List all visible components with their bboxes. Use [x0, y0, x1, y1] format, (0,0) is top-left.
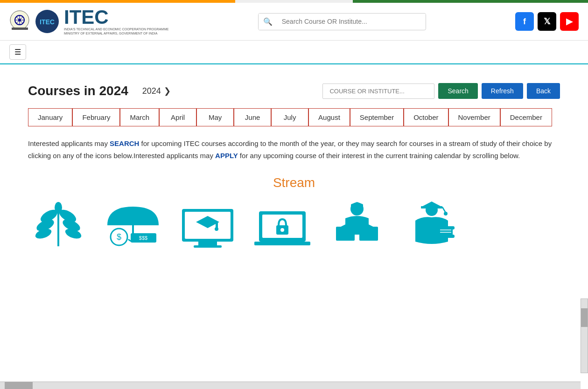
- logo-text: ITEC INDIA'S TECHNICAL AND ECONOMIC COOP…: [64, 7, 168, 35]
- stream-icons-row: $ $$$: [28, 200, 560, 251]
- year-nav: 2024 ❯: [142, 86, 171, 96]
- stream-section: Stream $: [28, 175, 560, 251]
- svg-rect-45: [421, 206, 442, 208]
- header: ITEC ITEC INDIA'S TECHNICAL AND ECONOMIC…: [0, 3, 588, 41]
- search-filter-area: Search Refresh Back: [322, 83, 560, 99]
- svg-rect-32: [254, 242, 310, 245]
- svg-rect-7: [12, 28, 28, 30]
- courses-title: Courses in 2024: [28, 83, 128, 98]
- desc-apply-word: APPLY: [215, 152, 238, 160]
- svg-text:ITEC: ITEC: [40, 18, 55, 26]
- social-icons-group: f 𝕏 ▶: [515, 12, 579, 31]
- facebook-icon[interactable]: f: [515, 12, 534, 31]
- stream-title: Stream: [28, 175, 560, 190]
- svg-point-29: [215, 227, 218, 231]
- youtube-icon[interactable]: ▶: [560, 12, 579, 31]
- progress-segment-3: [353, 0, 588, 3]
- month-tab-february[interactable]: February: [72, 108, 120, 126]
- progress-segment-1: [0, 0, 235, 3]
- desc-search-word: SEARCH: [110, 139, 139, 147]
- svg-rect-49: [437, 226, 455, 229]
- svg-point-47: [444, 212, 448, 215]
- logo-area: ITEC ITEC INDIA'S TECHNICAL AND ECONOMIC…: [9, 7, 168, 35]
- back-button[interactable]: Back: [527, 83, 560, 99]
- year-forward-arrow[interactable]: ❯: [164, 86, 171, 96]
- desc-before-search: Interested applicants may: [28, 139, 110, 147]
- itec-circle-icon: ITEC: [35, 9, 59, 34]
- month-tab-october[interactable]: October: [404, 108, 448, 126]
- stream-icon-agriculture[interactable]: [28, 200, 89, 251]
- stream-icon-education-tech[interactable]: [177, 200, 238, 251]
- itec-brand-text: ITEC: [64, 7, 168, 27]
- stream-icon-reading[interactable]: [327, 200, 387, 251]
- header-search-input[interactable]: [277, 14, 426, 29]
- month-tab-june[interactable]: June: [234, 108, 271, 126]
- month-tab-november[interactable]: November: [448, 108, 500, 126]
- svg-point-17: [55, 202, 62, 213]
- desc-after-apply: for any upcoming course of their interes…: [238, 152, 520, 160]
- logo-subtitle-line2: MINISTRY OF EXTERNAL AFFAIRS, GOVERNMENT…: [64, 31, 168, 35]
- month-tabs: JanuaryFebruaryMarchAprilMayJuneJulyAugu…: [28, 108, 560, 126]
- progress-segment-2: [235, 0, 353, 3]
- svg-marker-37: [351, 202, 363, 204]
- main-content: Courses in 2024 2024 ❯ Search Refresh Ba…: [0, 64, 588, 260]
- svg-rect-25: [198, 242, 217, 245]
- month-tab-april[interactable]: April: [159, 108, 196, 126]
- twitter-icon[interactable]: 𝕏: [538, 12, 556, 31]
- year-text: 2024: [142, 86, 161, 96]
- stream-icon-finance[interactable]: $ $$$: [103, 200, 163, 251]
- month-tab-december[interactable]: December: [500, 108, 552, 126]
- search-button[interactable]: Search: [438, 83, 477, 99]
- course-search-input[interactable]: [322, 83, 434, 99]
- month-tab-august[interactable]: August: [308, 108, 350, 126]
- progress-bar: [0, 0, 588, 3]
- svg-rect-36: [351, 204, 363, 207]
- header-search-icon-button[interactable]: 🔍: [259, 14, 277, 30]
- month-tab-march[interactable]: March: [120, 108, 159, 126]
- svg-text:$: $: [117, 232, 121, 242]
- refresh-button[interactable]: Refresh: [482, 83, 523, 99]
- month-tab-january[interactable]: January: [28, 108, 72, 126]
- svg-text:$$$: $$$: [139, 235, 147, 241]
- stream-icon-graduation[interactable]: [401, 200, 462, 251]
- month-tab-july[interactable]: July: [271, 108, 308, 126]
- courses-header-row: Courses in 2024 2024 ❯ Search Refresh Ba…: [28, 83, 560, 99]
- logo-subtitle-line1: INDIA'S TECHNICAL AND ECONOMIC COOPERATI…: [64, 27, 168, 31]
- hamburger-button[interactable]: ☰: [9, 44, 26, 60]
- svg-point-34: [280, 228, 284, 232]
- svg-rect-50: [437, 235, 455, 238]
- month-tab-september[interactable]: September: [350, 108, 404, 126]
- navbar: ☰: [0, 41, 588, 64]
- month-tab-may[interactable]: May: [196, 108, 234, 126]
- description-text: Interested applicants may SEARCH for upc…: [28, 138, 560, 161]
- svg-rect-26: [194, 245, 222, 248]
- stream-icon-cyber-security[interactable]: [252, 200, 313, 251]
- ashoka-emblem-icon: [9, 10, 30, 33]
- header-search-box[interactable]: 🔍: [258, 13, 426, 30]
